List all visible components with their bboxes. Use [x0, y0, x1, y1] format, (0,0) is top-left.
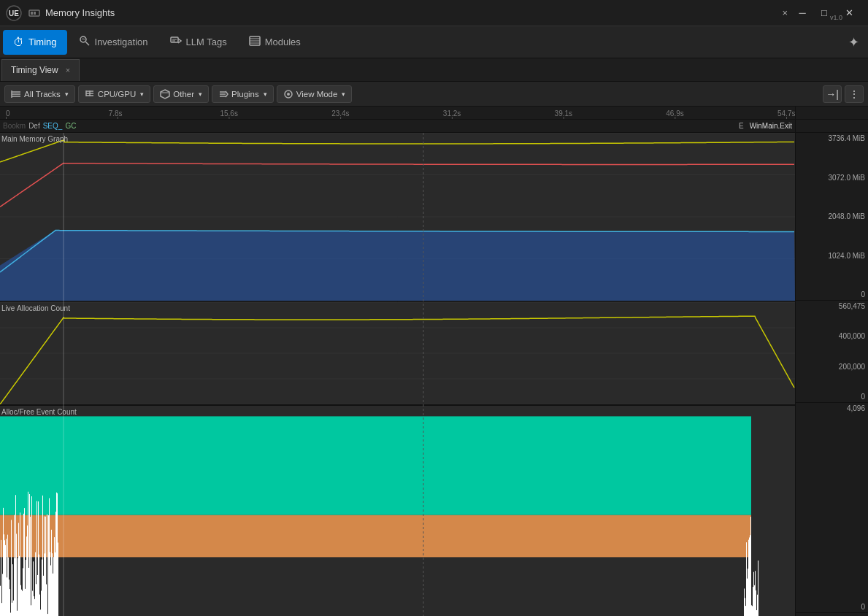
bookmark-e: E	[739, 122, 747, 130]
tab-timing[interactable]: ⏱ Timing	[3, 30, 67, 55]
scroll-to-end-button[interactable]: →|	[823, 85, 842, 103]
side-value: 200,000	[799, 363, 865, 371]
all-tracks-button[interactable]: All Tracks ▾	[4, 85, 75, 103]
window-close-tab[interactable]: ×	[777, 6, 792, 20]
side-section: 4,0960	[796, 403, 868, 613]
title-bar: UE Memory Insights × ─ □ ✕ v1.0	[0, 0, 868, 26]
side-section: 3736.4 MiB3072.0 MiB2048.0 MiB1024.0 MiB…	[796, 133, 868, 301]
svg-text:UE: UE	[9, 9, 19, 18]
tab-llm-tags[interactable]: LLM Tags	[160, 30, 237, 55]
side-labels: 3736.4 MiB3072.0 MiB2048.0 MiB1024.0 MiB…	[795, 107, 868, 616]
bookmark-gc: GC	[65, 122, 76, 130]
bookmark-winmain: WinMain.Exit	[750, 122, 792, 130]
tab-investigation-label: Investigation	[95, 36, 148, 47]
other-chevron: ▾	[199, 91, 202, 98]
cpu-gpu-icon	[85, 89, 95, 99]
other-icon	[160, 89, 170, 99]
side-value: 3736.4 MiB	[799, 134, 865, 142]
tab-investigation[interactable]: Investigation	[69, 30, 158, 55]
side-value: 2048.0 MiB	[799, 212, 865, 220]
modules-icon	[249, 35, 261, 49]
timing-icon: ⏱	[13, 36, 24, 48]
tab-bar: ⏱ Timing Investigation LLM Tags	[0, 26, 868, 58]
main-content: Bookm Def SEQ_ GC E WinMain.Exit 3736.4 …	[0, 107, 868, 616]
timeline-ruler[interactable]	[0, 107, 795, 120]
svg-rect-3	[31, 12, 33, 15]
llm-tags-icon	[170, 35, 182, 49]
timing-view-close[interactable]: ×	[66, 66, 70, 74]
svg-point-5	[80, 36, 86, 42]
timing-view-label: Timing View	[11, 65, 58, 75]
all-tracks-chevron: ▾	[65, 91, 69, 98]
side-value: 1024.0 MiB	[799, 252, 865, 260]
ue-logo: UE	[6, 5, 22, 21]
tab-memory-icon	[28, 7, 41, 20]
all-tracks-icon	[11, 89, 21, 99]
window-title: Memory Insights	[45, 7, 777, 18]
other-button[interactable]: Other ▾	[153, 85, 209, 103]
side-value: 400,000	[799, 332, 865, 340]
svg-point-29	[287, 93, 290, 96]
view-tab-strip: Timing View ×	[0, 58, 868, 82]
side-value: 0	[799, 603, 865, 611]
timing-view-tab[interactable]: Timing View ×	[1, 59, 80, 81]
side-section: 560,475400,000200,0000	[796, 301, 868, 403]
minimize-button[interactable]: ─	[792, 5, 813, 21]
plugins-icon	[218, 89, 228, 99]
side-value: 560,475	[799, 302, 865, 310]
more-options-button[interactable]: ⋮	[845, 85, 864, 103]
side-value: 4,096	[799, 404, 865, 412]
tab-modules-label: Modules	[265, 36, 301, 47]
svg-rect-4	[34, 12, 36, 15]
cpu-gpu-button[interactable]: CPU/GPU ▾	[78, 85, 150, 103]
bookmark-prefix: Bookm	[3, 122, 26, 130]
version-label: v1.0	[830, 14, 842, 21]
bookmark-seq: SEQ_	[43, 122, 63, 130]
view-mode-chevron: ▾	[342, 91, 345, 98]
investigation-icon	[79, 35, 91, 49]
view-mode-button[interactable]: View Mode ▾	[277, 85, 353, 103]
svg-marker-23	[161, 90, 169, 99]
bookmarks-row: Bookm Def SEQ_ GC E WinMain.Exit	[0, 120, 795, 133]
side-value: 3072.0 MiB	[799, 174, 865, 182]
side-value: 0	[799, 393, 865, 401]
plugins-button[interactable]: Plugins ▾	[212, 85, 274, 103]
side-value: 0	[799, 290, 865, 299]
toolbar: All Tracks ▾ CPU/GPU ▾ Other ▾ Plugins ▾	[0, 82, 868, 107]
bookmark-def: Def	[28, 122, 40, 130]
tab-timing-label: Timing	[28, 36, 57, 47]
track-area: Bookm Def SEQ_ GC E WinMain.Exit	[0, 107, 795, 616]
plugins-chevron: ▾	[264, 91, 267, 98]
tab-llm-label: LLM Tags	[186, 36, 227, 47]
moonlight-icon[interactable]: ✦	[842, 31, 865, 53]
window-controls: ─ □ ✕ v1.0	[792, 5, 862, 21]
svg-line-6	[85, 42, 89, 46]
cpu-gpu-chevron: ▾	[140, 91, 144, 98]
view-mode-icon	[283, 89, 293, 99]
tab-modules[interactable]: Modules	[239, 30, 311, 55]
